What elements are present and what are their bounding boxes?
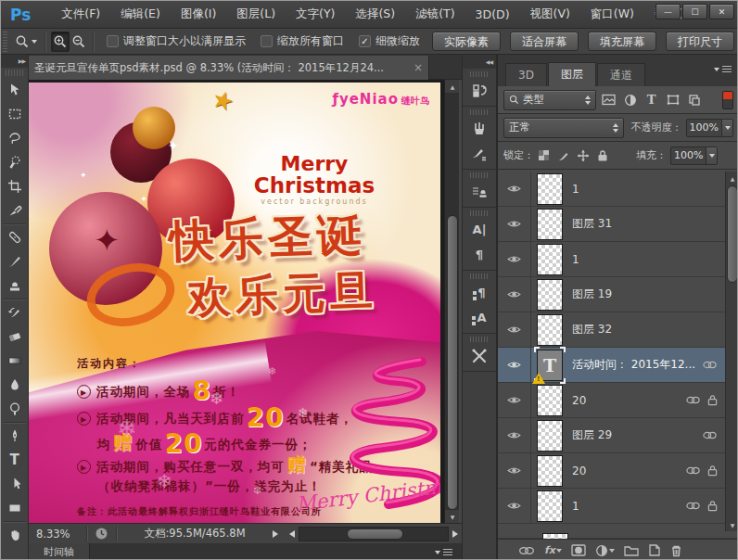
shape-tool[interactable]: [1, 496, 28, 520]
menu-layer[interactable]: 图层(L): [226, 3, 286, 26]
clone-stamp-tool[interactable]: [1, 274, 28, 298]
filter-toggle-switch[interactable]: [722, 91, 733, 109]
dodge-tool[interactable]: [1, 397, 28, 421]
tab-channels[interactable]: 通道: [597, 63, 645, 86]
hscroll-right-icon[interactable]: [452, 530, 458, 538]
gradient-tool[interactable]: [1, 349, 28, 373]
paragraph-styles-panel-icon[interactable]: ¶: [463, 280, 496, 305]
layer-row[interactable]: 图层 29: [498, 418, 738, 453]
visibility-toggle[interactable]: [498, 312, 531, 347]
layer-thumbnail[interactable]: [537, 173, 563, 205]
layer-thumbnail[interactable]: [537, 209, 563, 240]
filter-pixel-layers-icon[interactable]: [600, 91, 617, 108]
marquee-tool[interactable]: [1, 102, 28, 126]
text-layer-thumbnail[interactable]: T: [537, 350, 563, 381]
lock-position-icon[interactable]: [575, 147, 591, 163]
zoom-out-button[interactable]: [70, 32, 87, 52]
layer-row-selected[interactable]: T 活动时间： 2015年12...: [498, 348, 738, 383]
fit-screen-button[interactable]: 适合屏幕: [510, 32, 579, 51]
fill-screen-button[interactable]: 填充屏幕: [588, 32, 656, 51]
delete-layer-button[interactable]: [670, 544, 682, 557]
visibility-toggle[interactable]: [498, 242, 531, 276]
layer-thumbnail[interactable]: [537, 279, 563, 311]
layer-mask-button[interactable]: [571, 544, 586, 556]
lock-pixels-icon[interactable]: [555, 147, 571, 163]
zoom-all-windows-checkbox[interactable]: [261, 35, 273, 47]
menu-file[interactable]: 文件(F): [51, 3, 110, 26]
canvas-area[interactable]: ✦ ✦ ✦ ✦ ✦ ★ ƒyeNiao缝叶鸟 Merry Christmas v…: [29, 80, 459, 523]
tab-layers[interactable]: 图层: [548, 62, 596, 86]
character-styles-panel-icon[interactable]: A: [463, 305, 496, 330]
menu-edit[interactable]: 编辑(E): [110, 3, 171, 26]
layers-scroll-down-icon[interactable]: ▼: [726, 518, 738, 531]
history-brush-tool[interactable]: [1, 300, 28, 325]
new-layer-button[interactable]: [648, 544, 661, 556]
panel-menu-icon[interactable]: [714, 66, 732, 72]
layers-scrollbar[interactable]: ▲ ▼: [725, 172, 738, 531]
eraser-tool[interactable]: [1, 325, 28, 349]
lock-transparency-icon[interactable]: [536, 147, 552, 163]
filter-type-combo[interactable]: 类型: [503, 90, 596, 110]
brush-settings-panel-icon[interactable]: [463, 141, 496, 166]
layer-row[interactable]: 图层 31: [498, 207, 738, 242]
blend-mode-combo[interactable]: 正常: [503, 118, 624, 138]
vertical-scroll-thumb[interactable]: [447, 215, 458, 510]
visibility-toggle[interactable]: [498, 172, 531, 206]
close-button[interactable]: ✕: [709, 4, 734, 19]
layer-thumbnail[interactable]: [537, 244, 563, 275]
visibility-toggle[interactable]: [498, 383, 531, 417]
layer-row[interactable]: 20: [498, 453, 738, 489]
print-size-button[interactable]: 打印尺寸: [666, 32, 734, 51]
new-group-button[interactable]: [624, 544, 639, 556]
layer-thumbnail[interactable]: [537, 455, 563, 487]
document-tab[interactable]: 圣诞元旦宣传单页psd素材.psd @ 8.33% (活动时间： 2015年12…: [29, 56, 429, 80]
resize-windows-checkbox[interactable]: [107, 35, 119, 47]
link-layers-button[interactable]: [518, 546, 535, 555]
scroll-up-icon[interactable]: ▲: [445, 80, 459, 93]
hscroll-left-icon[interactable]: [289, 530, 295, 538]
layers-scroll-up-icon[interactable]: ▲: [726, 172, 738, 185]
menu-window[interactable]: 窗口(W): [580, 3, 644, 26]
horizontal-scrollbar[interactable]: [299, 527, 449, 541]
zoom-level-field[interactable]: 8.33%: [29, 528, 86, 541]
filter-type-layers-icon[interactable]: T: [643, 91, 660, 108]
layer-thumbnail[interactable]: [537, 490, 563, 522]
clone-source-panel-icon[interactable]: [463, 179, 496, 204]
layer-row[interactable]: 图层 32: [498, 312, 738, 348]
vertical-scrollbar[interactable]: ▲ ▼: [444, 80, 459, 523]
crop-tool[interactable]: [1, 174, 28, 198]
visibility-toggle[interactable]: [498, 418, 531, 452]
document-size-info[interactable]: 文档:95.5M/465.8M: [117, 527, 273, 541]
quick-selection-tool[interactable]: [1, 150, 28, 174]
move-tool[interactable]: [1, 78, 28, 102]
tab-close-icon[interactable]: ×: [414, 61, 423, 74]
history-panel-icon[interactable]: [463, 78, 496, 103]
pen-tool[interactable]: [1, 424, 28, 448]
layer-thumbnail[interactable]: [537, 314, 563, 346]
eyedropper-tool[interactable]: [1, 198, 28, 223]
menu-view[interactable]: 视图(V): [520, 3, 580, 26]
zoom-tool-preset[interactable]: [13, 32, 39, 52]
dock-collapse-icon[interactable]: ◀◀: [463, 55, 496, 69]
horizontal-scroll-thumb[interactable]: [347, 528, 403, 540]
lasso-tool[interactable]: [1, 126, 28, 150]
filter-shape-layers-icon[interactable]: [664, 91, 681, 108]
type-tool[interactable]: T: [1, 448, 28, 472]
character-panel-icon[interactable]: A|: [463, 217, 496, 242]
layer-thumbnail[interactable]: [537, 420, 563, 452]
timeline-tab[interactable]: 时间轴: [29, 543, 90, 560]
layer-row[interactable]: 1: [498, 489, 738, 524]
tools-collapse-icon[interactable]: ▶▶: [1, 55, 28, 68]
lock-all-icon[interactable]: [594, 147, 610, 163]
visibility-toggle[interactable]: [498, 453, 531, 488]
zoom-in-button[interactable]: [51, 32, 70, 52]
visibility-toggle[interactable]: [498, 348, 531, 382]
filter-adjustment-layers-icon[interactable]: [621, 91, 639, 108]
maximize-button[interactable]: ☐: [682, 4, 707, 19]
menu-image[interactable]: 图像(I): [171, 3, 226, 26]
menu-select[interactable]: 选择(S): [345, 3, 405, 26]
timeline-menu-icon[interactable]: [435, 549, 452, 555]
layer-row[interactable]: 1: [498, 172, 738, 207]
hand-tool[interactable]: [1, 523, 28, 547]
layer-style-button[interactable]: fx: [544, 544, 562, 556]
